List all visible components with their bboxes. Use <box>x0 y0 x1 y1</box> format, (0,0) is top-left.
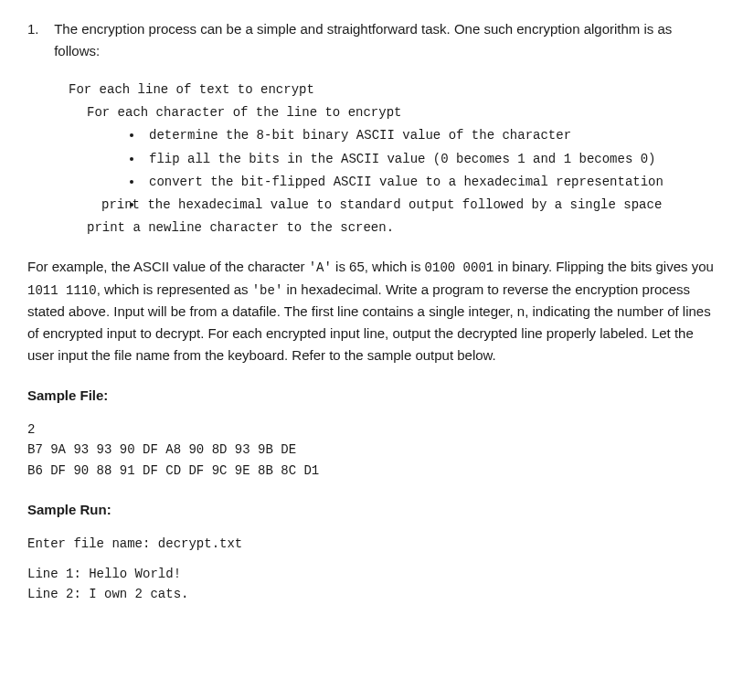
inline-code: 'be' <box>252 283 283 298</box>
problem-container: 1. The encryption process can be a simpl… <box>27 18 716 62</box>
sample-run-line: Line 1: Hello World! <box>27 564 716 584</box>
sample-run-line: Enter file name: decrypt.txt <box>27 534 716 554</box>
algo-bullet: convert the bit-flipped ASCII value to a… <box>143 171 716 194</box>
inline-code: 1011 1110 <box>27 283 97 298</box>
sample-file-block: 2 B7 9A 93 93 90 DF A8 90 8D 93 9B DE B6… <box>27 419 716 481</box>
problem-intro: The encryption process can be a simple a… <box>54 18 715 62</box>
algo-bullet: flip all the bits in the ASCII value (0 … <box>143 148 716 171</box>
body-paragraph: For example, the ASCII value of the char… <box>27 256 716 366</box>
algo-line-2: For each character of the line to encryp… <box>87 101 716 124</box>
sample-file-line: B7 9A 93 93 90 DF A8 90 8D 93 9B DE <box>27 440 716 460</box>
sample-run-label: Sample Run: <box>27 499 716 521</box>
algo-bullet: determine the 8-bit binary ASCII value o… <box>143 124 716 147</box>
problem-number: 1. <box>27 18 50 40</box>
sample-file-line: B6 DF 90 88 91 DF CD DF 9C 9E 8B 8C D1 <box>27 461 716 481</box>
algo-bullets: determine the 8-bit binary ASCII value o… <box>69 124 716 217</box>
body-text: is 65, which is <box>332 259 425 274</box>
body-text: , which is represented as <box>97 281 252 297</box>
sample-file-label: Sample File: <box>27 385 716 407</box>
algorithm-block: For each line of text to encrypt For eac… <box>69 79 716 239</box>
sample-run-block: Enter file name: decrypt.txt Line 1: Hel… <box>27 534 716 604</box>
algo-line-1: For each line of text to encrypt <box>69 79 716 101</box>
inline-code: 0100 0001 <box>425 260 494 275</box>
body-text: in binary. Flipping the bits gives you <box>494 259 714 274</box>
inline-code: 'A' <box>309 260 332 275</box>
algo-line-last: print a newline character to the screen. <box>87 217 716 239</box>
body-text: For example, the ASCII value of the char… <box>27 259 309 274</box>
algo-bullet: print the hexadecimal value to standard … <box>143 194 716 217</box>
sample-run-line: Line 2: I own 2 cats. <box>27 584 716 604</box>
sample-file-line: 2 <box>27 419 716 440</box>
blank-line <box>27 555 716 564</box>
